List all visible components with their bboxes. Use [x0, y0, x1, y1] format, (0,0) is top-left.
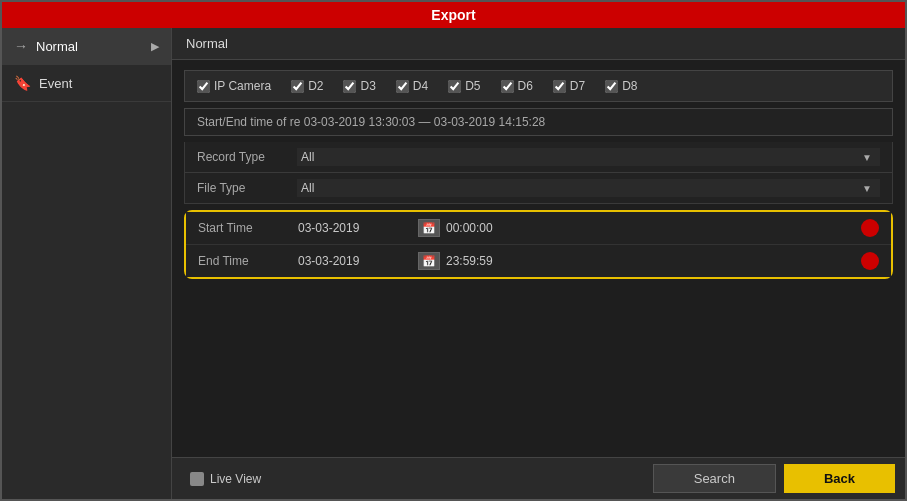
back-button[interactable]: Back — [784, 464, 895, 493]
end-time-row: End Time 03-03-2019 📅 23:59:59 — [186, 245, 891, 277]
camera-d5-checkbox[interactable] — [448, 80, 461, 93]
record-type-select-wrap[interactable]: All Normal Motion Alarm — [297, 148, 880, 166]
time-section: Start Time 03-03-2019 📅 00:00:00 End Tim… — [184, 210, 893, 279]
start-time-dot[interactable] — [861, 219, 879, 237]
camera-d8-label: D8 — [622, 79, 637, 93]
content-header: Normal — [172, 28, 905, 60]
camera-ip-checkbox[interactable] — [197, 80, 210, 93]
camera-d3-label: D3 — [360, 79, 375, 93]
content-body: IP Camera D2 D3 D4 — [172, 60, 905, 457]
bottom-right-buttons: Search Back — [653, 464, 895, 493]
camera-row: IP Camera D2 D3 D4 — [184, 70, 893, 102]
camera-d4[interactable]: D4 — [396, 79, 428, 93]
camera-d8[interactable]: D8 — [605, 79, 637, 93]
camera-d7[interactable]: D7 — [553, 79, 585, 93]
bottom-bar: Live View Search Back — [172, 457, 905, 499]
camera-d6[interactable]: D6 — [501, 79, 533, 93]
end-time-label: End Time — [198, 254, 298, 268]
form-row-record-type: Record Type All Normal Motion Alarm — [184, 142, 893, 173]
live-view-label: Live View — [210, 472, 261, 486]
main-content: Normal IP Camera D2 D3 — [172, 28, 905, 499]
search-button[interactable]: Search — [653, 464, 776, 493]
start-time-date: 03-03-2019 — [298, 221, 418, 235]
sidebar: → Normal ▶ 🔖 Event — [2, 28, 172, 499]
camera-ip-label: IP Camera — [214, 79, 271, 93]
start-time-row: Start Time 03-03-2019 📅 00:00:00 — [186, 212, 891, 245]
file-type-select[interactable]: All MP4 AVI — [297, 179, 880, 197]
camera-d6-label: D6 — [518, 79, 533, 93]
end-time-dot[interactable] — [861, 252, 879, 270]
camera-d4-label: D4 — [413, 79, 428, 93]
normal-icon: → — [14, 38, 28, 54]
live-view-icon — [190, 472, 204, 486]
camera-d2-label: D2 — [308, 79, 323, 93]
camera-d2-checkbox[interactable] — [291, 80, 304, 93]
camera-d2[interactable]: D2 — [291, 79, 323, 93]
record-type-select[interactable]: All Normal Motion Alarm — [297, 148, 880, 166]
sidebar-item-normal[interactable]: → Normal ▶ — [2, 28, 171, 65]
sidebar-normal-label: Normal — [36, 39, 78, 54]
camera-d3[interactable]: D3 — [343, 79, 375, 93]
file-type-select-wrap[interactable]: All MP4 AVI — [297, 179, 880, 197]
start-time-value: 00:00:00 — [446, 221, 861, 235]
end-time-date: 03-03-2019 — [298, 254, 418, 268]
camera-d5-label: D5 — [465, 79, 480, 93]
info-value: 03-03-2019 13:30:03 — 03-03-2019 14:15:2… — [304, 115, 546, 129]
content-header-label: Normal — [186, 36, 228, 51]
end-time-calendar-icon[interactable]: 📅 — [418, 252, 440, 270]
sidebar-event-label: Event — [39, 76, 72, 91]
camera-d5[interactable]: D5 — [448, 79, 480, 93]
body-area: → Normal ▶ 🔖 Event Normal IP Camera — [2, 28, 905, 499]
title-label: Export — [431, 7, 475, 23]
info-label: Start/End time of re — [197, 115, 300, 129]
title-bar: Export — [2, 2, 905, 28]
camera-d8-checkbox[interactable] — [605, 80, 618, 93]
file-type-label: File Type — [197, 181, 297, 195]
camera-d7-checkbox[interactable] — [553, 80, 566, 93]
camera-d6-checkbox[interactable] — [501, 80, 514, 93]
arrow-icon: ▶ — [151, 40, 159, 53]
record-type-label: Record Type — [197, 150, 297, 164]
camera-d4-checkbox[interactable] — [396, 80, 409, 93]
sidebar-item-event[interactable]: 🔖 Event — [2, 65, 171, 102]
form-row-file-type: File Type All MP4 AVI — [184, 173, 893, 204]
camera-d3-checkbox[interactable] — [343, 80, 356, 93]
live-view-button[interactable]: Live View — [182, 468, 269, 490]
end-time-value: 23:59:59 — [446, 254, 861, 268]
camera-d7-label: D7 — [570, 79, 585, 93]
event-icon: 🔖 — [14, 75, 31, 91]
start-time-calendar-icon[interactable]: 📅 — [418, 219, 440, 237]
start-time-label: Start Time — [198, 221, 298, 235]
info-row: Start/End time of re 03-03-2019 13:30:03… — [184, 108, 893, 136]
main-container: Export → Normal ▶ 🔖 Event Normal — [0, 0, 907, 501]
camera-ip[interactable]: IP Camera — [197, 79, 271, 93]
